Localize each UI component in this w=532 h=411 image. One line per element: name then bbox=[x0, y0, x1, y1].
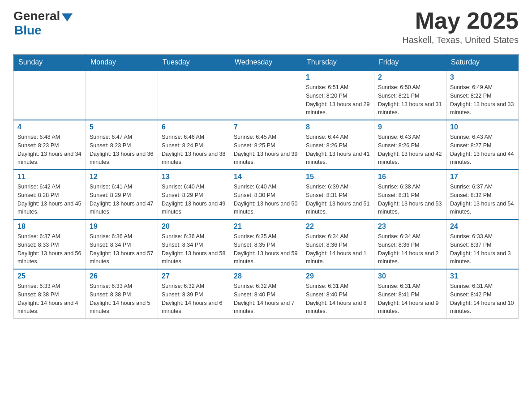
day-info: Sunrise: 6:43 AM Sunset: 8:26 PM Dayligh… bbox=[378, 133, 442, 167]
day-number: 14 bbox=[234, 173, 298, 181]
day-number: 9 bbox=[378, 123, 442, 131]
day-number: 31 bbox=[450, 272, 515, 280]
day-info: Sunrise: 6:33 AM Sunset: 8:37 PM Dayligh… bbox=[450, 232, 515, 266]
calendar-day-cell: 23Sunrise: 6:34 AM Sunset: 8:36 PM Dayli… bbox=[374, 219, 446, 269]
day-number: 17 bbox=[450, 173, 515, 181]
day-info: Sunrise: 6:49 AM Sunset: 8:22 PM Dayligh… bbox=[450, 83, 515, 117]
calendar-day-cell: 26Sunrise: 6:33 AM Sunset: 8:38 PM Dayli… bbox=[86, 269, 158, 319]
calendar-day-cell: 17Sunrise: 6:37 AM Sunset: 8:32 PM Dayli… bbox=[446, 170, 519, 219]
logo: General Blue bbox=[13, 9, 73, 38]
calendar-day-cell: 18Sunrise: 6:37 AM Sunset: 8:33 PM Dayli… bbox=[14, 219, 86, 269]
day-number: 18 bbox=[17, 223, 82, 231]
day-info: Sunrise: 6:32 AM Sunset: 8:40 PM Dayligh… bbox=[234, 282, 298, 316]
day-number: 30 bbox=[378, 272, 442, 280]
calendar-day-cell: 2Sunrise: 6:50 AM Sunset: 8:21 PM Daylig… bbox=[374, 70, 446, 120]
calendar-week-row: 1Sunrise: 6:51 AM Sunset: 8:20 PM Daylig… bbox=[14, 70, 519, 120]
calendar-day-cell: 13Sunrise: 6:40 AM Sunset: 8:29 PM Dayli… bbox=[158, 170, 230, 219]
day-number: 4 bbox=[17, 123, 82, 131]
calendar-day-cell bbox=[86, 70, 158, 120]
day-number: 23 bbox=[378, 223, 442, 231]
day-number: 6 bbox=[162, 123, 226, 131]
day-number: 16 bbox=[378, 173, 442, 181]
day-info: Sunrise: 6:43 AM Sunset: 8:27 PM Dayligh… bbox=[450, 133, 515, 167]
day-info: Sunrise: 6:33 AM Sunset: 8:38 PM Dayligh… bbox=[90, 282, 154, 316]
day-number: 11 bbox=[17, 173, 82, 181]
day-info: Sunrise: 6:40 AM Sunset: 8:29 PM Dayligh… bbox=[162, 183, 226, 216]
day-number: 25 bbox=[17, 272, 82, 280]
day-info: Sunrise: 6:40 AM Sunset: 8:30 PM Dayligh… bbox=[234, 183, 298, 216]
calendar-day-cell: 12Sunrise: 6:41 AM Sunset: 8:29 PM Dayli… bbox=[86, 170, 158, 219]
day-number: 7 bbox=[234, 123, 298, 131]
calendar-day-cell: 11Sunrise: 6:42 AM Sunset: 8:28 PM Dayli… bbox=[14, 170, 86, 219]
calendar-day-cell bbox=[158, 70, 230, 120]
calendar-day-cell: 1Sunrise: 6:51 AM Sunset: 8:20 PM Daylig… bbox=[302, 70, 374, 120]
calendar-day-cell: 10Sunrise: 6:43 AM Sunset: 8:27 PM Dayli… bbox=[446, 120, 519, 170]
day-info: Sunrise: 6:35 AM Sunset: 8:35 PM Dayligh… bbox=[234, 232, 298, 266]
day-info: Sunrise: 6:50 AM Sunset: 8:21 PM Dayligh… bbox=[378, 83, 442, 117]
day-info: Sunrise: 6:37 AM Sunset: 8:32 PM Dayligh… bbox=[450, 183, 515, 216]
header-right: May 2025 Haskell, Texas, United States bbox=[402, 9, 519, 45]
calendar-day-header: Saturday bbox=[446, 55, 519, 71]
calendar-day-header: Thursday bbox=[302, 55, 374, 71]
day-info: Sunrise: 6:31 AM Sunset: 8:41 PM Dayligh… bbox=[378, 282, 442, 316]
day-info: Sunrise: 6:51 AM Sunset: 8:20 PM Dayligh… bbox=[306, 83, 370, 117]
day-info: Sunrise: 6:34 AM Sunset: 8:36 PM Dayligh… bbox=[378, 232, 442, 266]
calendar-day-cell: 3Sunrise: 6:49 AM Sunset: 8:22 PM Daylig… bbox=[446, 70, 519, 120]
day-number: 13 bbox=[162, 173, 226, 181]
calendar-day-header: Sunday bbox=[14, 55, 86, 71]
calendar-day-cell: 30Sunrise: 6:31 AM Sunset: 8:41 PM Dayli… bbox=[374, 269, 446, 319]
day-info: Sunrise: 6:45 AM Sunset: 8:25 PM Dayligh… bbox=[234, 133, 298, 167]
calendar-day-cell: 16Sunrise: 6:38 AM Sunset: 8:31 PM Dayli… bbox=[374, 170, 446, 219]
day-info: Sunrise: 6:48 AM Sunset: 8:23 PM Dayligh… bbox=[17, 133, 82, 167]
calendar-week-row: 25Sunrise: 6:33 AM Sunset: 8:38 PM Dayli… bbox=[14, 269, 519, 319]
calendar-day-cell: 15Sunrise: 6:39 AM Sunset: 8:31 PM Dayli… bbox=[302, 170, 374, 219]
day-info: Sunrise: 6:36 AM Sunset: 8:34 PM Dayligh… bbox=[162, 232, 226, 266]
day-number: 8 bbox=[306, 123, 370, 131]
day-number: 28 bbox=[234, 272, 298, 280]
calendar-day-cell: 25Sunrise: 6:33 AM Sunset: 8:38 PM Dayli… bbox=[14, 269, 86, 319]
day-info: Sunrise: 6:32 AM Sunset: 8:39 PM Dayligh… bbox=[162, 282, 226, 316]
day-number: 29 bbox=[306, 272, 370, 280]
calendar-day-header: Wednesday bbox=[230, 55, 302, 71]
day-number: 24 bbox=[450, 223, 515, 231]
calendar-day-cell: 4Sunrise: 6:48 AM Sunset: 8:23 PM Daylig… bbox=[14, 120, 86, 170]
calendar-header-row: SundayMondayTuesdayWednesdayThursdayFrid… bbox=[14, 55, 519, 71]
calendar-day-cell: 6Sunrise: 6:46 AM Sunset: 8:24 PM Daylig… bbox=[158, 120, 230, 170]
day-info: Sunrise: 6:39 AM Sunset: 8:31 PM Dayligh… bbox=[306, 183, 370, 216]
calendar-day-header: Tuesday bbox=[158, 55, 230, 71]
calendar-day-cell: 19Sunrise: 6:36 AM Sunset: 8:34 PM Dayli… bbox=[86, 219, 158, 269]
day-number: 19 bbox=[90, 223, 154, 231]
day-number: 1 bbox=[306, 73, 370, 81]
day-info: Sunrise: 6:33 AM Sunset: 8:38 PM Dayligh… bbox=[17, 282, 82, 316]
calendar-day-cell: 28Sunrise: 6:32 AM Sunset: 8:40 PM Dayli… bbox=[230, 269, 302, 319]
calendar-table: SundayMondayTuesdayWednesdayThursdayFrid… bbox=[13, 54, 519, 319]
logo-blue-text: Blue bbox=[14, 23, 42, 38]
calendar-day-cell: 27Sunrise: 6:32 AM Sunset: 8:39 PM Dayli… bbox=[158, 269, 230, 319]
day-number: 15 bbox=[306, 173, 370, 181]
day-number: 21 bbox=[234, 223, 298, 231]
day-info: Sunrise: 6:37 AM Sunset: 8:33 PM Dayligh… bbox=[17, 232, 82, 266]
calendar-day-cell: 21Sunrise: 6:35 AM Sunset: 8:35 PM Dayli… bbox=[230, 219, 302, 269]
day-info: Sunrise: 6:42 AM Sunset: 8:28 PM Dayligh… bbox=[17, 183, 82, 216]
day-number: 10 bbox=[450, 123, 515, 131]
calendar-day-cell bbox=[230, 70, 302, 120]
calendar-day-cell: 31Sunrise: 6:31 AM Sunset: 8:42 PM Dayli… bbox=[446, 269, 519, 319]
calendar-day-cell: 24Sunrise: 6:33 AM Sunset: 8:37 PM Dayli… bbox=[446, 219, 519, 269]
logo-arrow-icon bbox=[62, 13, 73, 21]
calendar-day-cell bbox=[14, 70, 86, 120]
day-info: Sunrise: 6:36 AM Sunset: 8:34 PM Dayligh… bbox=[90, 232, 154, 266]
day-info: Sunrise: 6:38 AM Sunset: 8:31 PM Dayligh… bbox=[378, 183, 442, 216]
logo-general-text: General bbox=[13, 9, 60, 23]
calendar-day-cell: 22Sunrise: 6:34 AM Sunset: 8:36 PM Dayli… bbox=[302, 219, 374, 269]
day-info: Sunrise: 6:41 AM Sunset: 8:29 PM Dayligh… bbox=[90, 183, 154, 216]
calendar-day-header: Monday bbox=[86, 55, 158, 71]
calendar-day-cell: 5Sunrise: 6:47 AM Sunset: 8:23 PM Daylig… bbox=[86, 120, 158, 170]
day-number: 22 bbox=[306, 223, 370, 231]
day-info: Sunrise: 6:31 AM Sunset: 8:40 PM Dayligh… bbox=[306, 282, 370, 316]
location-text: Haskell, Texas, United States bbox=[402, 35, 519, 45]
day-info: Sunrise: 6:44 AM Sunset: 8:26 PM Dayligh… bbox=[306, 133, 370, 167]
day-number: 27 bbox=[162, 272, 226, 280]
day-number: 2 bbox=[378, 73, 442, 81]
calendar-day-cell: 14Sunrise: 6:40 AM Sunset: 8:30 PM Dayli… bbox=[230, 170, 302, 219]
calendar-week-row: 4Sunrise: 6:48 AM Sunset: 8:23 PM Daylig… bbox=[14, 120, 519, 170]
